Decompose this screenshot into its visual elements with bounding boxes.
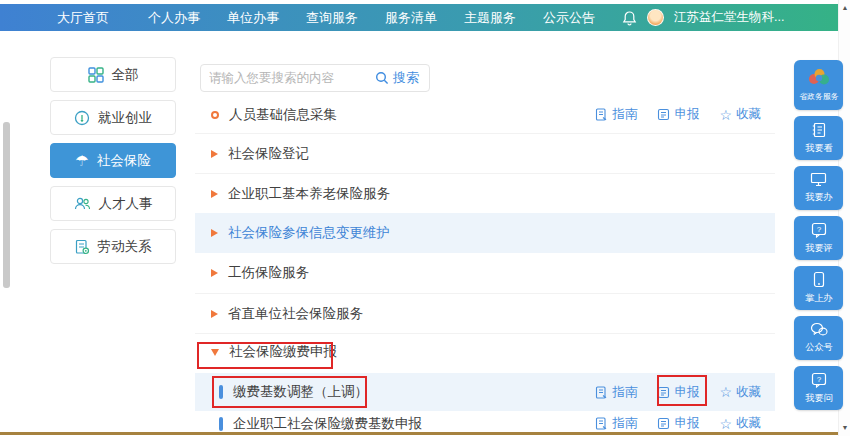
nav-item-theme[interactable]: 主题服务 xyxy=(464,5,516,31)
star-icon: ☆ xyxy=(719,385,732,399)
portal-page: 大厅首页 个人办事 单位办事 查询服务 服务清单 主题服务 公示公告 江苏益仁堂… xyxy=(0,0,850,436)
search-button[interactable]: 搜索 xyxy=(371,69,429,87)
guide-icon xyxy=(595,417,608,430)
search-icon xyxy=(375,71,389,85)
nav-user-area: 江苏益仁堂生物科... xyxy=(622,9,850,26)
collapse-arrow-icon xyxy=(211,310,218,318)
service-title: 缴费基数调整（上调） xyxy=(233,383,368,401)
service-row-injury[interactable]: 工伤保险服务 xyxy=(195,253,775,293)
rail-provincial-services[interactable]: 省政务服务 xyxy=(794,60,843,110)
expand-arrow-icon xyxy=(211,349,219,356)
rail-i-want-to-ask[interactable]: ? 我要问 xyxy=(794,366,843,410)
guide-link[interactable]: 指南 xyxy=(595,106,637,123)
rail-i-want-to-handle[interactable]: 我要办 xyxy=(794,166,843,210)
service-title: 社会保险参保信息变更维护 xyxy=(228,224,390,242)
umbrella-icon: ☂ xyxy=(75,153,88,168)
favorite-link[interactable]: ☆ 收藏 xyxy=(719,415,761,432)
service-title: 企业职工社会保险缴费基数申报 xyxy=(233,415,422,433)
nav-item-personal[interactable]: 个人办事 xyxy=(148,5,200,31)
declare-link[interactable]: 申报 xyxy=(657,415,699,432)
service-title: 社会保险登记 xyxy=(228,145,309,163)
sidebar-item-all[interactable]: 全部 xyxy=(50,57,176,92)
category-sidebar: 全部 就业创业 ☂ 社会保险 人才人事 劳动关系 xyxy=(50,57,176,272)
declare-label: 申报 xyxy=(674,106,699,123)
service-row-payment-declare[interactable]: 社会保险缴费申报 xyxy=(195,333,775,370)
collapse-arrow-icon xyxy=(211,269,218,277)
quick-action-rail: 省政务服务 我要看 我要办 ? 我要评 掌上办 公众号 ? 我要问 xyxy=(794,60,843,416)
search-button-label: 搜索 xyxy=(393,69,419,87)
rail-mobile-handle[interactable]: 掌上办 xyxy=(794,266,843,310)
service-row-pension[interactable]: 企业职工基本养老保险服务 xyxy=(195,173,775,213)
rail-i-want-to-read[interactable]: 我要看 xyxy=(794,116,843,160)
rail-label: 我要问 xyxy=(805,391,833,404)
people-icon xyxy=(74,196,91,211)
sidebar-item-labor[interactable]: 劳动关系 xyxy=(50,229,176,264)
grid-icon xyxy=(88,67,104,83)
rail-label: 我要办 xyxy=(805,191,833,204)
bottom-divider xyxy=(0,432,850,435)
user-avatar[interactable] xyxy=(647,9,664,26)
sidebar-item-talent[interactable]: 人才人事 xyxy=(50,186,176,221)
question-icon: ? xyxy=(811,372,827,388)
labor-doc-icon xyxy=(75,239,90,255)
declare-label: 申报 xyxy=(674,415,699,432)
bell-icon[interactable] xyxy=(622,10,637,26)
service-row-info-change[interactable]: 社会保险参保信息变更维护 xyxy=(195,213,775,253)
favorite-link[interactable]: ☆ 收藏 xyxy=(719,384,761,401)
ring-marker-icon xyxy=(211,111,219,119)
row-actions: 指南 申报 ☆ 收藏 xyxy=(595,415,775,432)
nav-item-home[interactable]: 大厅首页 xyxy=(57,5,109,31)
phone-icon xyxy=(813,271,825,288)
service-list: 人员基础信息采集 指南 申报 ☆ 收藏 社会保险登记 xyxy=(195,96,775,436)
svg-text:?: ? xyxy=(816,375,821,384)
service-title: 人员基础信息采集 xyxy=(229,106,337,124)
guide-label: 指南 xyxy=(612,384,637,401)
wechat-icon xyxy=(810,322,828,337)
star-icon: ☆ xyxy=(719,417,732,431)
favorite-label: 收藏 xyxy=(736,384,761,401)
scrollbar-thumb[interactable] xyxy=(3,122,10,288)
sidebar-item-label: 人才人事 xyxy=(99,195,153,213)
rail-label: 省政务服务 xyxy=(799,91,838,102)
rail-label: 我要评 xyxy=(805,241,833,254)
declare-link[interactable]: 申报 xyxy=(657,106,699,123)
sidebar-item-employment[interactable]: 就业创业 xyxy=(50,100,176,135)
nav-item-service-list[interactable]: 服务清单 xyxy=(385,5,437,31)
declare-icon xyxy=(657,108,670,121)
sidebar-item-label: 劳动关系 xyxy=(98,238,152,256)
provincial-logo-icon xyxy=(807,67,831,87)
service-row-base-adjust-up[interactable]: 缴费基数调整（上调） 指南 申报 ☆ 收藏 xyxy=(195,373,775,411)
bar-marker-icon xyxy=(219,385,223,399)
bar-marker-icon xyxy=(219,417,223,431)
row-actions: 指南 申报 ☆ 收藏 xyxy=(595,384,775,401)
favorite-link[interactable]: ☆ 收藏 xyxy=(719,106,761,123)
service-title: 企业职工基本养老保险服务 xyxy=(228,185,390,203)
scroll-down-icon[interactable]: ▼ xyxy=(839,424,850,432)
service-title: 省直单位社会保险服务 xyxy=(228,305,363,323)
guide-link[interactable]: 指南 xyxy=(595,415,637,432)
service-title: 社会保险缴费申报 xyxy=(229,343,337,361)
nav-item-query[interactable]: 查询服务 xyxy=(306,5,358,31)
rail-label: 掌上办 xyxy=(805,292,833,305)
sidebar-item-social-insurance[interactable]: ☂ 社会保险 xyxy=(50,143,176,178)
nav-item-announcement[interactable]: 公示公告 xyxy=(543,5,595,31)
service-row-provincial-unit[interactable]: 省直单位社会保险服务 xyxy=(195,293,775,333)
service-row-registration[interactable]: 社会保险登记 xyxy=(195,133,775,173)
rail-label: 公众号 xyxy=(805,341,833,354)
user-name[interactable]: 江苏益仁堂生物科... xyxy=(674,9,784,26)
search-box: 搜索 xyxy=(200,64,430,92)
startup-icon xyxy=(74,110,90,126)
nav-item-unit[interactable]: 单位办事 xyxy=(227,5,279,31)
rail-i-want-to-review[interactable]: ? 我要评 xyxy=(794,216,843,260)
declare-icon xyxy=(657,386,670,399)
row-actions: 指南 申报 ☆ 收藏 xyxy=(595,106,775,123)
guide-link[interactable]: 指南 xyxy=(595,384,637,401)
rail-label: 我要看 xyxy=(805,141,833,154)
service-row-basic-info[interactable]: 人员基础信息采集 指南 申报 ☆ 收藏 xyxy=(195,96,775,133)
declare-link[interactable]: 申报 xyxy=(657,384,699,401)
search-input[interactable] xyxy=(201,71,371,85)
collapse-arrow-icon xyxy=(211,150,218,158)
rail-official-account[interactable]: 公众号 xyxy=(794,316,843,360)
scroll-up-icon[interactable]: ▲ xyxy=(839,4,850,12)
favorite-label: 收藏 xyxy=(736,415,761,432)
